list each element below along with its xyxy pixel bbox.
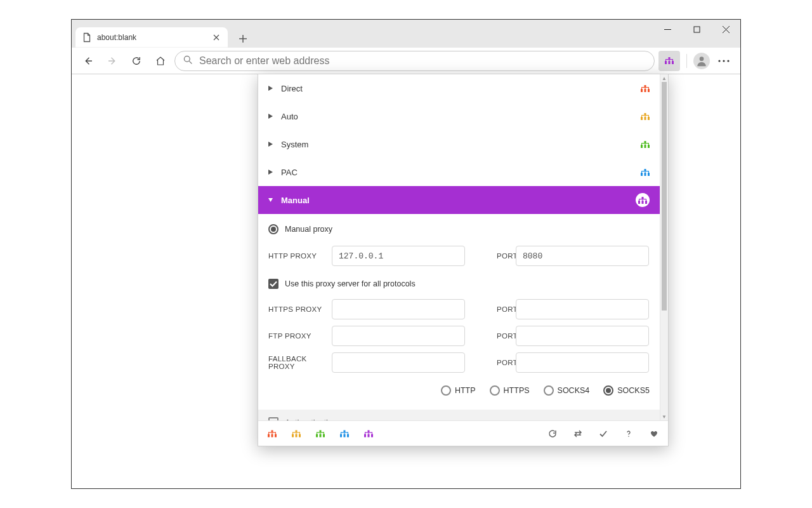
footer-actions [547,429,659,438]
document-icon [82,32,92,43]
option-label: PAC [281,168,634,177]
network-icon [638,197,647,204]
profile-blue-button[interactable] [339,429,350,438]
network-icon [641,169,650,176]
scrollbar[interactable]: ▲ ▼ [660,74,668,420]
maximize-button[interactable] [682,20,711,39]
profile-green-button[interactable] [315,429,325,438]
window-titlebar: about:blank [72,20,740,48]
proxy-option-pac[interactable]: PAC [258,158,660,186]
svg-point-13 [727,60,729,62]
minimize-button[interactable] [653,20,682,39]
tab-strip: about:blank [72,20,653,48]
svg-point-9 [184,56,190,62]
http-proxy-input[interactable] [332,246,465,266]
search-icon [183,55,193,67]
home-button[interactable] [150,51,171,71]
option-label: Direct [281,84,634,93]
proxy-options-scroll[interactable]: Direct Auto System [258,74,660,420]
svg-point-11 [718,60,720,62]
popup-footer [258,420,668,446]
page-content: Direct Auto System [72,74,740,488]
svg-point-12 [723,60,724,62]
authentication-label: Authentication [285,418,337,421]
option-label: Auto [281,112,634,121]
authentication-section: Authentication [258,410,660,420]
option-label: System [281,140,634,149]
overflow-menu-button[interactable] [714,51,734,71]
apply-icon[interactable] [598,429,608,438]
back-button[interactable] [78,51,98,71]
svg-point-14 [628,436,629,437]
tab-title: about:blank [97,33,206,42]
network-icon [641,113,650,120]
http-proxy-label: HTTP PROXY [268,252,332,260]
profile-red-button[interactable] [267,429,277,438]
browser-tab[interactable]: about:blank [75,27,228,48]
close-window-button[interactable] [711,20,740,39]
toolbar-separator [686,54,687,68]
heart-icon[interactable] [649,429,659,438]
protocol-label: SOCKS4 [558,386,590,395]
proxy-extension-button[interactable] [658,51,680,71]
help-icon[interactable] [624,429,634,438]
swap-icon[interactable] [573,429,583,438]
reload-icon[interactable] [547,429,558,438]
option-label: Manual [281,196,629,205]
use-for-all-checkbox[interactable] [268,279,278,289]
ftp-port-input[interactable] [516,326,649,346]
http-port-label: PORT [497,252,516,260]
ftp-port-label: PORT [497,332,516,340]
protocol-socks4-option[interactable]: SOCKS4 [544,385,590,396]
protocol-label: SOCKS5 [617,386,650,395]
chevron-down-icon [268,197,275,203]
chevron-right-icon [268,142,275,147]
window-controls [653,20,740,39]
svg-point-10 [700,57,704,61]
https-proxy-label: HTTPS PROXY [268,305,332,313]
chevron-right-icon [268,170,275,175]
proxy-option-direct[interactable]: Direct [258,74,660,102]
tab-close-button[interactable] [211,32,221,43]
scrollbar-up-icon[interactable]: ▲ [660,74,668,82]
new-tab-button[interactable] [234,30,252,48]
forward-button[interactable] [102,51,122,71]
browser-toolbar [72,48,740,74]
manual-proxy-panel: Manual proxy HTTP PROXY PORT [258,214,660,410]
authentication-checkbox[interactable] [268,417,278,420]
https-proxy-input[interactable] [332,299,465,319]
protocol-label: HTTP [455,386,476,395]
https-port-label: PORT [497,305,516,313]
network-icon [641,85,650,92]
scrollbar-down-icon[interactable]: ▼ [660,413,668,420]
fallback-port-label: PORT [497,359,516,366]
fallback-port-input[interactable] [516,352,649,373]
chevron-right-icon [268,86,275,91]
protocol-https-option[interactable]: HTTPS [490,385,530,396]
fallback-proxy-input[interactable] [332,352,465,373]
protocol-socks5-option[interactable]: SOCKS5 [603,385,650,396]
address-bar[interactable] [174,51,655,71]
manual-proxy-radio-label: Manual proxy [285,225,332,234]
protocol-http-option[interactable]: HTTP [441,385,476,396]
proxy-option-system[interactable]: System [258,130,660,158]
network-icon [641,141,650,148]
profile-orange-button[interactable] [291,429,301,438]
use-for-all-label: Use this proxy server for all protocols [285,279,416,288]
reload-button[interactable] [126,51,147,71]
fallback-proxy-label: FALLBACK PROXY [268,355,332,370]
footer-profile-colors [267,429,537,438]
profile-purple-button[interactable] [363,429,374,438]
proxy-option-manual[interactable]: Manual [258,186,660,214]
protocol-label: HTTPS [504,386,530,395]
http-port-input[interactable] [516,246,649,266]
chevron-right-icon [268,114,275,119]
svg-rect-8 [694,27,700,32]
profile-button[interactable] [693,53,710,69]
https-port-input[interactable] [516,299,649,319]
manual-proxy-radio[interactable] [268,224,278,234]
proxy-option-auto[interactable]: Auto [258,102,660,130]
address-input[interactable] [199,55,646,67]
ftp-proxy-input[interactable] [332,326,465,346]
scrollbar-thumb[interactable] [662,82,667,311]
